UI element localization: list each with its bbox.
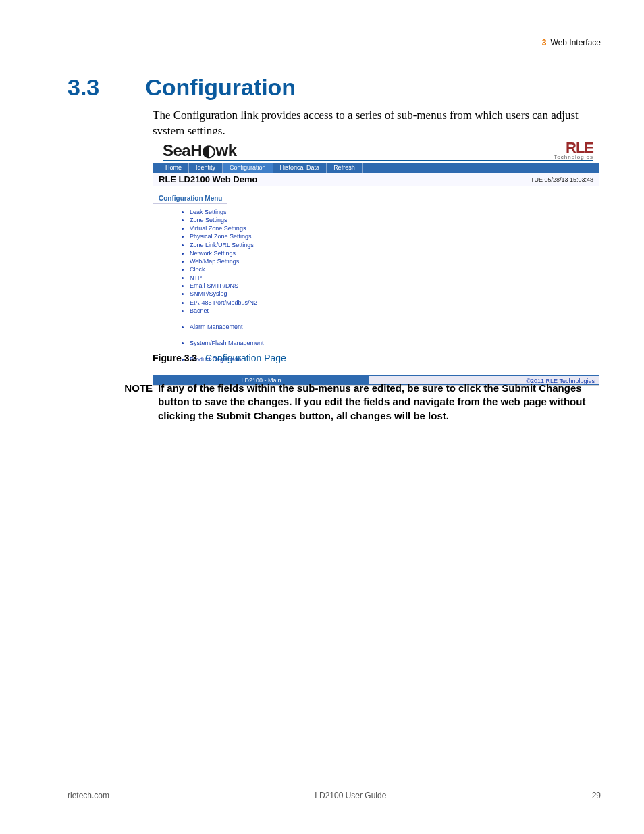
menu-item-zone-link-url-settings[interactable]: Zone Link/URL Settings bbox=[190, 241, 599, 249]
menu-item-leak-settings[interactable]: Leak Settings bbox=[190, 208, 599, 216]
menu-item-network-settings[interactable]: Network Settings bbox=[190, 249, 599, 257]
menu-item-web-map-settings[interactable]: Web/Map Settings bbox=[190, 257, 599, 265]
menu-item-email-smtp-dns[interactable]: Email-SMTP/DNS bbox=[190, 282, 599, 290]
menu-item-virtual-zone-settings[interactable]: Virtual Zone Settings bbox=[190, 224, 599, 232]
page-footer: rletech.com LD2100 User Guide 29 bbox=[68, 791, 601, 800]
menu-item-alarm-management[interactable]: Alarm Management bbox=[190, 323, 599, 331]
rle-logo: RLE Technologies bbox=[554, 141, 593, 160]
menu-item-physical-zone-settings[interactable]: Physical Zone Settings bbox=[190, 232, 599, 240]
note-label: NOTE bbox=[112, 382, 158, 423]
chapter-number: 3 bbox=[542, 38, 547, 47]
running-header: 3Web Interface bbox=[542, 38, 601, 47]
menu-item-system-flash-management[interactable]: System/Flash Management bbox=[190, 339, 599, 347]
note-block: NOTE If any of the fields within the sub… bbox=[112, 382, 601, 423]
nav-tab-identity[interactable]: Identity bbox=[189, 163, 223, 173]
config-menu-heading: Configuration Menu bbox=[153, 190, 227, 204]
menu-item-clock[interactable]: Clock bbox=[190, 265, 599, 273]
section-number: 3.3 bbox=[68, 74, 99, 101]
menu-item-bacnet[interactable]: Bacnet bbox=[190, 307, 599, 315]
footer-left: rletech.com bbox=[68, 791, 109, 800]
figure-caption: Figure 3.3 Configuration Page bbox=[153, 353, 286, 363]
config-menu-group-2: Alarm Management bbox=[190, 323, 599, 331]
footer-page-number: 29 bbox=[592, 791, 601, 800]
nav-tab-home[interactable]: Home bbox=[159, 163, 189, 173]
nav-tabs: HomeIdentityConfigurationHistorical Data… bbox=[153, 163, 599, 173]
page-title: RLE LD2100 Web Demo bbox=[159, 174, 257, 184]
config-menu-group-3: System/Flash Management bbox=[190, 339, 599, 347]
figure-number: Figure 3.3 bbox=[153, 353, 197, 363]
menu-item-eia-485-port-modbus-n2[interactable]: EIA-485 Port/Modbus/N2 bbox=[190, 298, 599, 307]
timestamp: TUE 05/28/13 15:03:48 bbox=[531, 176, 593, 183]
nav-tab-historical-data[interactable]: Historical Data bbox=[273, 163, 327, 173]
footer-center: LD2100 User Guide bbox=[315, 791, 386, 800]
chapter-title: Web Interface bbox=[551, 38, 601, 47]
section-heading: 3.3 Configuration bbox=[68, 74, 296, 101]
figure-title: Configuration Page bbox=[205, 353, 286, 363]
menu-item-zone-settings[interactable]: Zone Settings bbox=[190, 216, 599, 224]
menu-item-ntp[interactable]: NTP bbox=[190, 273, 599, 282]
config-page-screenshot: SeaH◐wk RLE Technologies HomeIdentityCon… bbox=[153, 134, 599, 386]
menu-item-snmp-syslog[interactable]: SNMP/Syslog bbox=[190, 290, 599, 298]
seahawk-logo: SeaH◐wk bbox=[163, 141, 237, 160]
note-text: If any of the fields within the sub-menu… bbox=[158, 382, 601, 423]
section-title: Configuration bbox=[145, 74, 296, 101]
nav-tab-configuration[interactable]: Configuration bbox=[223, 163, 273, 173]
nav-tab-refresh[interactable]: Refresh bbox=[327, 163, 363, 173]
config-menu-group-1: Leak SettingsZone SettingsVirtual Zone S… bbox=[190, 208, 599, 315]
